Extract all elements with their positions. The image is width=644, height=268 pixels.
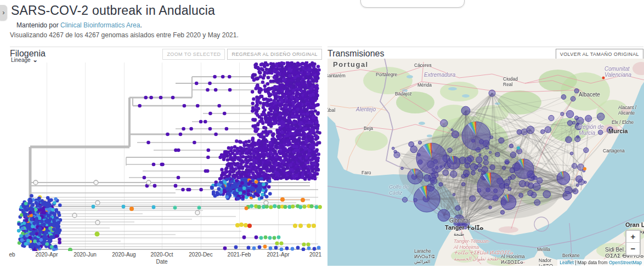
filter-summary: Visualizando 4267 de los 4267 genomas ai… — [10, 31, 239, 39]
zoom-to-selected-button[interactable]: ZOOM TO SELECTED — [162, 49, 225, 60]
axis-tick: 2020-Aug — [108, 252, 140, 258]
maintained-suffix: . — [140, 21, 142, 29]
maintainer-link[interactable]: Clinical Bioinformatics Area — [60, 21, 140, 29]
maintained-by: Mantenido por Clinical Bioinformatics Ar… — [16, 21, 142, 29]
attribution-text: | Map data from — [574, 260, 609, 265]
axis-tick: 2021-Apr — [262, 252, 295, 258]
map-panel-header: Transmisiones VOLVER AL TAMAÑO ORIGINAL — [327, 47, 643, 60]
page-title: SARS-COV-2 outbreak in Andalucia — [11, 3, 215, 18]
phylogeny-tree — [11, 61, 323, 251]
transmissions-map: PortugalSantarémúbalPortalegreCáceresExt… — [327, 59, 644, 266]
leaflet-link[interactable]: Leaflet — [560, 260, 574, 265]
openstreetmap-link[interactable]: OpenStreetMap — [609, 260, 642, 265]
sidebar-toggle[interactable]: › — [0, 5, 7, 20]
map-zoom-control: + − — [625, 230, 641, 256]
axis-tick: eb — [0, 252, 29, 258]
map-zoom-out-button[interactable]: − — [626, 243, 640, 255]
axis-tick: 2021-Feb — [223, 252, 256, 258]
reset-map-zoom-button[interactable]: VOLVER AL TAMAÑO ORIGINAL — [556, 49, 643, 60]
reset-tree-layout-button[interactable]: REGRESAR AL DISEÑO ORIGINAL — [227, 49, 322, 60]
axis-tick: 2021 — [299, 252, 332, 258]
floating-panel — [360, 0, 465, 8]
tree-panel-header: Filogenia ZOOM TO SELECTED REGRESAR AL D… — [10, 47, 322, 60]
app-window: › SARS-COV-2 outbreak in Andalucia Mante… — [0, 0, 644, 268]
map-panel-title: Transmisiones — [327, 49, 384, 59]
tree-canvas[interactable] — [11, 61, 323, 251]
map-zoom-in-button[interactable]: + — [626, 231, 640, 243]
axis-tick: 2020-Oct — [145, 252, 178, 258]
map-canvas[interactable] — [327, 59, 644, 266]
axis-tick: 2020-Dec — [184, 252, 217, 258]
axis-tick: 2020-Apr — [30, 252, 63, 258]
date-axis-title: Date — [140, 259, 184, 265]
map-attribution: Leaflet | Map data from OpenStreetMap — [557, 259, 644, 266]
axis-tick: 2020-Jun — [69, 252, 101, 258]
maintained-prefix: Mantenido por — [16, 21, 60, 29]
